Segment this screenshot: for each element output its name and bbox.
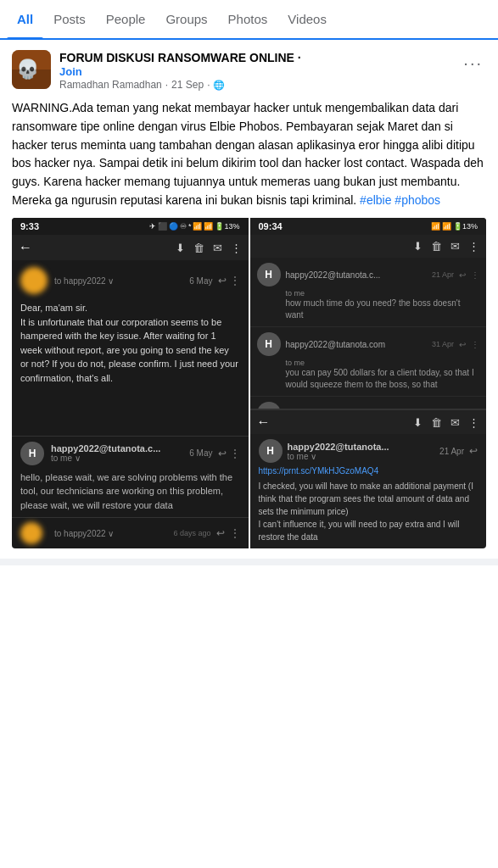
right-sender-0: happy2022@tutanota.c... <box>286 270 427 280</box>
right-email-2: H happy2022@tutanota.com 22 Apr ↩ ⋮ to m… <box>250 397 487 409</box>
nav-item-videos[interactable]: Videos <box>277 0 337 38</box>
post-body-text: WARNING.Ada teman yang nekat membayar ha… <box>12 99 486 209</box>
email3-more[interactable]: ⋮ <box>230 527 240 539</box>
bottom-download-icon[interactable]: ⬇ <box>413 416 422 429</box>
bottom-more-icon[interactable]: ⋮ <box>468 416 479 429</box>
email2-sender: happy2022@tutanota.c... <box>51 443 189 453</box>
bottom-mail-icon[interactable]: ✉ <box>450 416 460 429</box>
reply-0-icon[interactable]: ↩ <box>459 270 466 280</box>
email3-stub: to happy2022 ∨ 6 days ago ↩ ⋮ <box>12 517 249 548</box>
left-email-toolbar: ← ⬇ 🗑 ✉ ⋮ <box>12 235 249 260</box>
email1-sender-row: to happy2022 ∨ 6 May ↩ ⋮ <box>20 267 240 294</box>
post-author: Ramadhan Ramadhan <box>59 79 162 91</box>
email1-to: to happy2022 ∨ <box>54 276 189 286</box>
email2-sender-info: happy2022@tutanota.c... to me ∨ <box>51 443 189 463</box>
right-mail-icon[interactable]: ✉ <box>450 240 460 253</box>
right-date-1: 31 Apr <box>432 340 454 348</box>
right-email-1-header: H happy2022@tutanota.com 31 Apr ↩ ⋮ <box>257 332 480 356</box>
right-email-0-header: H happy2022@tutanota.c... 21 Apr ↩ ⋮ <box>257 263 480 287</box>
right-bottom-email: H happy2022@tutanota... to me ∨ 21 Apr ↩ <box>250 434 487 548</box>
email2-message: H happy2022@tutanota.c... to me ∨ 6 May … <box>12 436 249 518</box>
right-bottom-actions: ⬇ 🗑 ✉ ⋮ <box>413 416 479 429</box>
right-status-icons: 📶 📶 🔋13% <box>431 222 478 231</box>
right-more-icon[interactable]: ⋮ <box>468 240 479 253</box>
right-preview-1: you can pay 500 dollars for a client tod… <box>257 367 480 391</box>
right-avatar-2: H <box>257 402 281 409</box>
post-author-row: Ramadhan Ramadhan · 21 Sep · 🌐 <box>59 79 460 91</box>
email2-reply-icon[interactable]: ↩ <box>218 448 227 459</box>
email1-date: 6 May <box>189 276 212 286</box>
nav-item-posts[interactable]: Posts <box>43 0 96 38</box>
more-options-button[interactable]: ··· <box>460 50 486 76</box>
sender1-avatar <box>20 267 48 294</box>
email2-body: hello, please wait, we are solving probl… <box>20 470 240 513</box>
post-hashtags[interactable]: #elbie #phobos <box>356 193 440 207</box>
right-actions-1: ↩ ⋮ <box>459 340 479 349</box>
top-navigation: All Posts People Groups Photos Videos <box>0 0 498 40</box>
post-date: 21 Sep <box>171 79 204 91</box>
nav-item-groups[interactable]: Groups <box>155 0 217 38</box>
more-1-icon[interactable]: ⋮ <box>471 340 479 349</box>
right-preview-0: how much time do you need? the boss does… <box>257 298 480 321</box>
nav-item-photos[interactable]: Photos <box>218 0 278 38</box>
bottom-reply-icon[interactable]: ↩ <box>469 445 478 457</box>
left-battery: 🔋13% <box>215 222 239 231</box>
reply-1-icon[interactable]: ↩ <box>459 340 466 349</box>
more-icon[interactable]: ⋮ <box>231 242 242 254</box>
screenshots-container: 9:33 ✈ ⬛ 🔵 ♾ * 📶 📶 🔋13% ← ⬇ 🗑 <box>12 218 486 548</box>
email3-reply-icon[interactable]: ↩ <box>216 527 225 539</box>
email2-avatar: H <box>20 442 44 465</box>
left-status-icons: ✈ ⬛ 🔵 ♾ * 📶 📶 🔋13% <box>149 222 240 231</box>
right-email-1: H happy2022@tutanota.com 31 Apr ↩ ⋮ to m… <box>250 327 487 397</box>
email2-to: to me ∨ <box>51 453 189 463</box>
right-email-actions: ⬇ 🗑 ✉ ⋮ <box>413 240 479 253</box>
email1-body: Dear, ma'am sir. It is unfortunate that … <box>20 301 240 385</box>
bottom-trash-icon[interactable]: 🗑 <box>431 416 442 429</box>
bottom-email-body: I checked, you will have to make an addi… <box>259 480 478 543</box>
bottom-sender-info: happy2022@tutanota... to me ∨ <box>288 442 440 461</box>
email2-more[interactable]: ⋮ <box>230 448 240 459</box>
email2-date: 6 May <box>189 448 212 458</box>
right-to-0: to me <box>257 289 480 298</box>
email3-to: to happy2022 ∨ <box>54 529 168 538</box>
email3-avatar <box>20 522 42 544</box>
right-bottom-section: ← ⬇ 🗑 ✉ ⋮ H happy2022@tutanota... <box>250 409 487 548</box>
email1-message: to happy2022 ∨ 6 May ↩ ⋮ Dear, ma'am sir… <box>12 260 249 436</box>
bottom-back-icon[interactable]: ← <box>257 415 271 430</box>
right-chat-list: H happy2022@tutanota.c... 21 Apr ↩ ⋮ to … <box>250 258 487 409</box>
post-header: 💀 FORUM DISKUSI RANSOMWARE ONLINE · Join… <box>12 50 486 91</box>
right-avatar-1: H <box>257 332 281 356</box>
nav-item-people[interactable]: People <box>96 0 156 38</box>
right-status-bar: 09:34 📶 📶 🔋13% <box>250 218 487 235</box>
more-0-icon[interactable]: ⋮ <box>471 270 479 280</box>
right-status-time: 09:34 <box>259 221 283 231</box>
dot-separator2: · <box>207 79 210 91</box>
download-icon[interactable]: ⬇ <box>176 242 185 254</box>
screenshot-left: 9:33 ✈ ⬛ 🔵 ♾ * 📶 📶 🔋13% ← ⬇ 🗑 <box>12 218 249 548</box>
post-join-link[interactable]: Join <box>59 65 460 78</box>
right-download-icon[interactable]: ⬇ <box>413 240 422 253</box>
mail-icon[interactable]: ✉ <box>213 242 222 254</box>
right-avatar-0: H <box>257 263 281 287</box>
nav-item-all[interactable]: All <box>7 0 43 38</box>
right-actions-0: ↩ ⋮ <box>459 270 479 280</box>
email3-info: to happy2022 ∨ <box>54 529 168 538</box>
right-battery: 🔋13% <box>453 222 478 231</box>
reply-icon[interactable]: ↩ <box>218 275 227 287</box>
left-status-time: 9:33 <box>20 221 39 231</box>
dot-separator: · <box>165 79 168 91</box>
email1-more[interactable]: ⋮ <box>230 275 240 287</box>
right-trash-icon[interactable]: 🗑 <box>431 240 442 253</box>
bottom-to: to me ∨ <box>288 452 440 461</box>
right-email-0: H happy2022@tutanota.c... 21 Apr ↩ ⋮ to … <box>250 258 487 327</box>
trash-icon[interactable]: 🗑 <box>193 242 204 254</box>
bottom-sender-row: H happy2022@tutanota... to me ∨ 21 Apr ↩ <box>259 439 478 463</box>
bottom-sender: happy2022@tutanota... <box>288 442 440 452</box>
right-to-1: to me <box>257 359 480 367</box>
back-arrow-icon[interactable]: ← <box>19 240 32 255</box>
bottom-email-link[interactable]: https://prnt.sc/YMkHJGzoMAQ4 <box>259 466 478 476</box>
email3-date: 6 days ago <box>173 529 210 537</box>
right-bottom-toolbar: ← ⬇ 🗑 ✉ ⋮ <box>250 410 487 434</box>
right-email-toolbar: ⬇ 🗑 ✉ ⋮ <box>250 235 487 258</box>
email2-sender-row: H happy2022@tutanota.c... to me ∨ 6 May … <box>20 442 240 465</box>
